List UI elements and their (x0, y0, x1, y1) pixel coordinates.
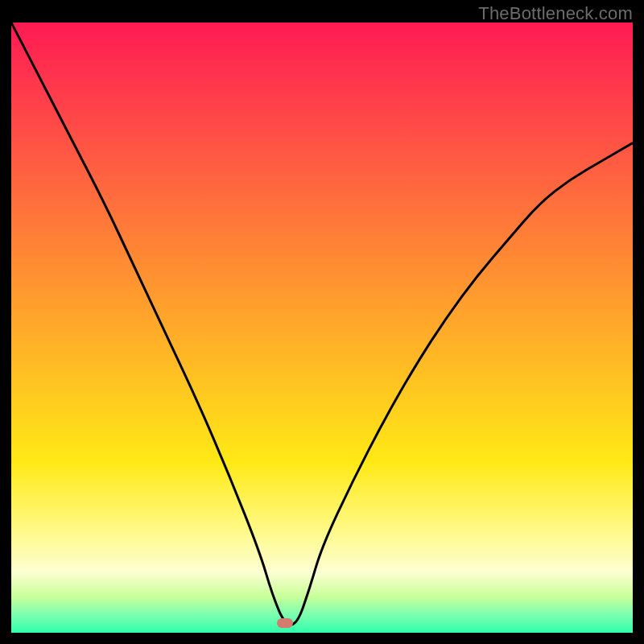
attribution-text: TheBottleneck.com (478, 3, 633, 24)
bottleneck-curve (11, 23, 633, 633)
minimum-marker (277, 618, 293, 628)
plot-area (11, 23, 633, 633)
chart-frame: TheBottleneck.com (0, 0, 644, 644)
curve-path (11, 23, 633, 625)
